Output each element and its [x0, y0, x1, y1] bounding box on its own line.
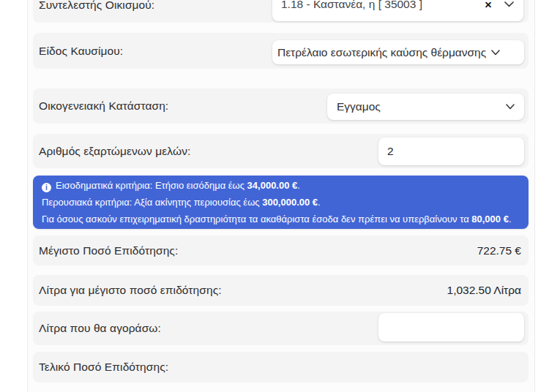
dependents-label: Αριθμός εξαρτώμενων μελών:	[39, 145, 190, 158]
max-subsidy-value: 722.75 €	[477, 244, 521, 257]
fuel-type-select[interactable]: Πετρέλαιο εσωτερικής καύσης θέρμανσης	[272, 40, 524, 64]
criteria-notice-line3: Για όσους ασκούν επιχειρηματική δραστηρι…	[42, 211, 520, 227]
max-liters-value: 1,032.50 Λίτρα	[447, 284, 521, 297]
form-row-final-subsidy: Τελικό Ποσό Επιδότησης:	[33, 352, 529, 382]
chevron-down-icon[interactable]	[491, 50, 500, 56]
settlement-label: Συντελεστής Οικισμού:	[39, 0, 154, 12]
fuel-type-select-value: Πετρέλαιο εσωτερικής καύσης θέρμανσης	[277, 46, 486, 59]
marital-status-label: Οικογενειακή Κατάσταση:	[39, 99, 168, 113]
info-icon: i	[42, 183, 51, 192]
settlement-combobox-value: 1.18 - Καστανέα, η [ 35003 ]	[281, 0, 422, 11]
max-subsidy-label: Μέγιστο Ποσό Επιδότησης:	[39, 244, 178, 257]
criteria-notice-line2: Περουσιακά κριτήρια: Αξία ακίνητης περιο…	[42, 194, 520, 211]
max-liters-label: Λίτρα για μέγιστο ποσό επιδότησης:	[39, 284, 222, 297]
marital-status-select-value: Εγγαμος	[337, 100, 381, 113]
criteria-notice: iΕισοδηματικά κριτήρια: Ετήσιο εισόδημα …	[33, 176, 529, 229]
criteria-notice-line1: iΕισοδηματικά κριτήρια: Ετήσιο εισόδημα …	[42, 177, 520, 194]
chevron-down-icon[interactable]	[506, 104, 515, 110]
liters-to-buy-label: Λίτρα που θα αγοράσω:	[39, 322, 161, 335]
final-subsidy-label: Τελικό Ποσό Επιδότησης:	[39, 361, 168, 374]
heating-subsidy-form-panel: Συντελεστής Οικισμού: 1.18 - Καστανέα, η…	[27, 0, 535, 392]
dependents-input[interactable]	[378, 137, 524, 165]
form-row-max-liters: Λίτρα για μέγιστο ποσό επιδότησης: 1,032…	[33, 275, 529, 306]
fuel-type-label: Είδος Καυσίμου:	[39, 45, 123, 58]
settlement-combobox[interactable]: 1.18 - Καστανέα, η [ 35003 ] ✕	[272, 0, 523, 21]
marital-status-select[interactable]: Εγγαμος	[327, 94, 524, 120]
clear-icon[interactable]: ✕	[482, 0, 494, 10]
liters-to-buy-input[interactable]	[378, 313, 524, 342]
form-row-max-subsidy: Μέγιστο Ποσό Επιδότησης: 722.75 €	[33, 235, 529, 265]
chevron-down-icon[interactable]	[504, 1, 514, 7]
